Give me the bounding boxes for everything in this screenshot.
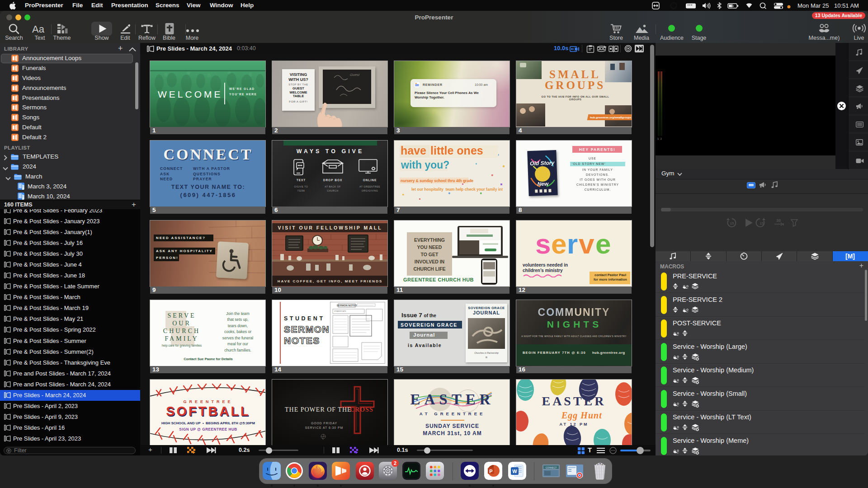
svg-text:HAVE COFFEE, GET INFO, MEET FR: HAVE COFFEE, GET INFO, MEET FRIENDS [278,279,383,283]
svg-text:Guest: Guest [350,73,360,77]
svg-text:CHURCH: CHURCH [327,189,338,192]
svg-text:Old Story: Old Story [530,160,555,167]
svg-text:CONNECT: CONNECT [546,466,557,469]
svg-text:SPEAKER/DATE: SPEAKER/DATE [334,310,346,312]
svg-text:15: 15 [730,221,734,225]
svg-text:VISIT OUR FELLOWSHIP MALL: VISIT OUR FELLOWSHIP MALL [278,225,382,230]
svg-text:15: 15 [760,221,764,225]
svg-text:GIGIVE TO: GIGIVE TO [294,185,308,188]
svg-text:TEXT: TEXT [297,178,306,182]
svg-text:DROP BOX: DROP BOX [323,178,343,182]
svg-text:AT GREENTREE: AT GREENTREE [359,185,380,188]
svg-text:AT BACK OF: AT BACK OF [325,185,340,188]
svg-text:W: W [512,469,517,474]
svg-text:ONLINE: ONLINE [363,178,377,182]
svg-text:ORG/GIVING: ORG/GIVING [362,189,378,192]
svg-text:New: New [537,181,549,188]
svg-text:P: P [489,469,492,474]
svg-text:30: 30 [776,218,781,223]
svg-text:73256: 73256 [297,189,305,192]
svg-text:SERMON NOTES: SERMON NOTES [337,304,357,307]
